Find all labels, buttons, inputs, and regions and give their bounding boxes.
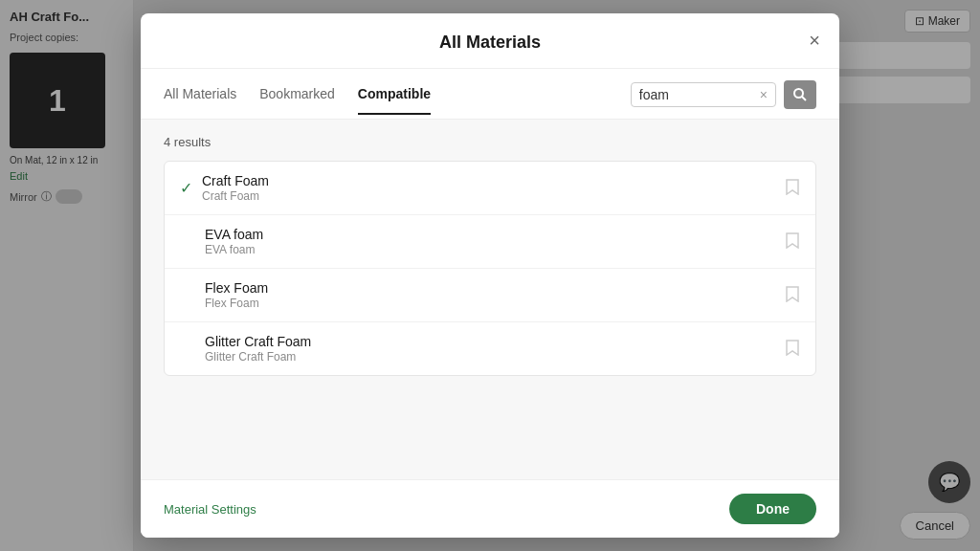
result-item-glitter-craft-foam[interactable]: Glitter Craft Foam Glitter Craft Foam	[165, 322, 815, 375]
search-input[interactable]	[639, 87, 754, 102]
modal-header: All Materials ×	[141, 13, 839, 69]
modal-title: All Materials	[439, 33, 541, 53]
tab-bookmarked[interactable]: Bookmarked	[259, 86, 335, 115]
results-count: 4 results	[164, 135, 816, 149]
tab-compatible[interactable]: Compatible	[358, 86, 431, 115]
result-name-glitter-craft-foam: Glitter Craft Foam	[205, 334, 785, 349]
result-text-glitter-craft-foam: Glitter Craft Foam Glitter Craft Foam	[205, 334, 785, 364]
tab-all-materials[interactable]: All Materials	[164, 86, 236, 115]
search-area: ×	[631, 80, 816, 119]
svg-line-1	[802, 97, 806, 100]
bookmark-icon-craft-foam[interactable]	[785, 178, 800, 199]
result-sub-craft-foam: Craft Foam	[202, 189, 785, 203]
result-item-craft-foam[interactable]: ✓ Craft Foam Craft Foam	[165, 162, 815, 215]
search-button[interactable]	[784, 80, 816, 109]
material-settings-link[interactable]: Material Settings	[164, 502, 256, 517]
search-input-wrapper: ×	[631, 82, 776, 107]
done-button[interactable]: Done	[729, 494, 816, 524]
all-materials-modal: All Materials × All Materials Bookmarked…	[141, 13, 839, 538]
bookmark-icon-flex-foam[interactable]	[785, 285, 800, 306]
result-sub-glitter-craft-foam: Glitter Craft Foam	[205, 350, 785, 364]
modal-footer: Material Settings Done	[141, 479, 839, 538]
search-icon	[792, 87, 808, 102]
result-text-eva-foam: EVA foam EVA foam	[205, 227, 785, 256]
modal-close-button[interactable]: ×	[809, 31, 820, 50]
modal-overlay: All Materials × All Materials Bookmarked…	[0, 0, 980, 551]
result-name-eva-foam: EVA foam	[205, 227, 785, 242]
bookmark-icon-eva-foam[interactable]	[785, 231, 800, 253]
result-name-flex-foam: Flex Foam	[205, 280, 785, 296]
modal-tabs: All Materials Bookmarked Compatible ×	[141, 69, 839, 120]
svg-point-0	[794, 89, 803, 98]
result-name-craft-foam: Craft Foam	[202, 173, 785, 188]
result-sub-eva-foam: EVA foam	[205, 243, 785, 256]
results-list: ✓ Craft Foam Craft Foam EVA foam EVA foa…	[164, 161, 816, 376]
bookmark-icon-glitter-craft-foam[interactable]	[785, 339, 800, 360]
result-sub-flex-foam: Flex Foam	[205, 297, 785, 310]
result-text-craft-foam: Craft Foam Craft Foam	[202, 173, 785, 203]
modal-body: 4 results ✓ Craft Foam Craft Foam EVA fo…	[141, 120, 839, 479]
result-text-flex-foam: Flex Foam Flex Foam	[205, 280, 785, 310]
result-item-eva-foam[interactable]: EVA foam EVA foam	[165, 215, 815, 269]
clear-search-button[interactable]: ×	[760, 87, 768, 102]
selected-check-icon: ✓	[180, 179, 192, 197]
result-item-flex-foam[interactable]: Flex Foam Flex Foam	[165, 269, 815, 322]
